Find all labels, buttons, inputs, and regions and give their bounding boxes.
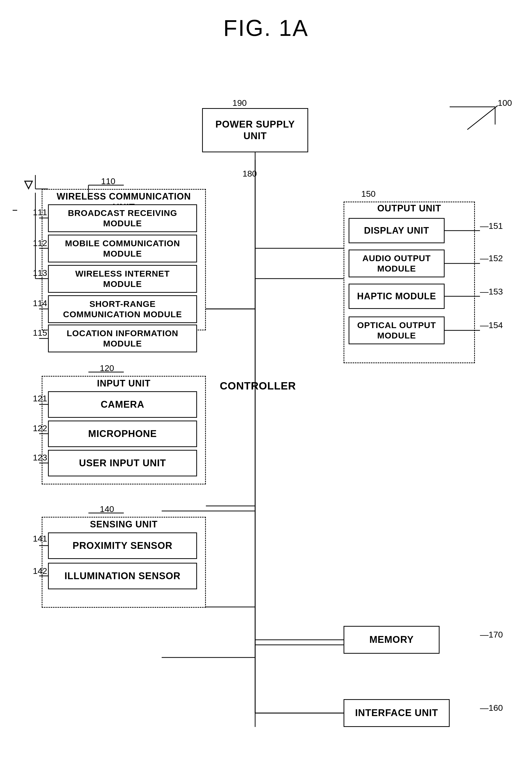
proximity-box: PROXIMITY SENSOR [48,532,197,559]
ref-180: 180 [242,169,257,179]
ref-123: 123 [33,453,47,463]
ref-140: 140 [100,504,114,514]
location-box: LOCATION INFORMATIONMODULE [48,324,197,352]
wireless-internet-box: WIRELESS INTERNETMODULE [48,265,197,293]
svg-line-18 [467,106,498,130]
power-supply-box: POWER SUPPLYUNIT [202,108,308,152]
ref-142: 142 [33,566,47,576]
antenna-icon: ▽ [24,175,33,194]
ref-154: —154 [480,320,503,330]
sensing-unit-group [42,517,206,608]
memory-box: MEMORY [344,626,440,654]
optical-box: OPTICAL OUTPUTMODULE [349,317,445,344]
ref-122: 122 [33,423,47,433]
ref-170: —170 [480,630,503,640]
ref-151: —151 [480,221,503,231]
ref-141: 141 [33,534,47,544]
ref-150: 150 [361,189,376,199]
camera-box: CAMERA [48,391,197,418]
ref-100: 100 [498,98,512,108]
broadcast-box: BROADCAST RECEIVINGMODULE [48,204,197,232]
ref-152: —152 [480,253,503,263]
ref-120: 120 [100,363,114,373]
illumination-box: ILLUMINATION SENSOR [48,563,197,589]
microphone-box: MICROPHONE [48,421,197,447]
diagram: 190 POWER SUPPLYUNIT 100 CONTROLLER 180 … [0,51,532,757]
controller-label: CONTROLLER [220,379,296,392]
short-range-box: SHORT-RANGECOMMUNICATION MODULE [48,295,197,323]
ref-115: 115 [33,328,47,338]
sensing-unit-label: SENSING UNIT [44,519,203,530]
ref-113: 113 [33,268,47,278]
ref-110: 110 [101,176,115,186]
ref-111: 111 [33,207,47,217]
mobile-comm-box: MOBILE COMMUNICATIONMODULE [48,235,197,262]
ref-121: 121 [33,394,47,403]
ref-112: 112 [33,238,47,248]
page-title: FIG. 1A [0,0,532,51]
ref-114: 114 [33,298,47,308]
haptic-box: HAPTIC MODULE [349,284,445,309]
audio-output-box: AUDIO OUTPUTMODULE [349,250,445,277]
output-unit-label: OUTPUT UNIT [346,203,472,214]
input-unit-label: INPUT UNIT [44,378,203,389]
ref-153: —153 [480,287,503,296]
interface-box: INTERFACE UNIT [344,699,450,727]
display-box: DISPLAY UNIT [349,218,445,243]
user-input-box: USER INPUT UNIT [48,450,197,476]
ref-160: —160 [480,703,503,713]
ref-190: 190 [233,98,247,108]
